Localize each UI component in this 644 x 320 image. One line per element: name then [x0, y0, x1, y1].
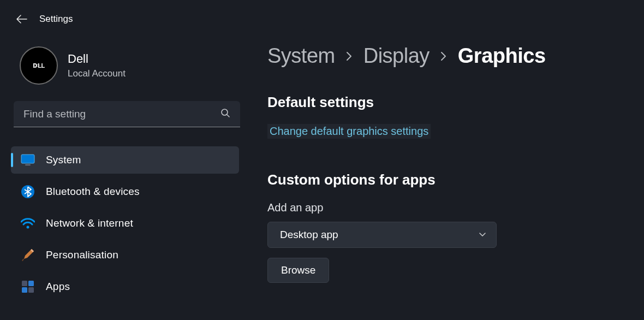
search-input[interactable]	[14, 101, 240, 127]
sidebar-item-label: Bluetooth & devices	[46, 186, 140, 198]
user-text: Dell Local Account	[68, 52, 126, 79]
change-default-graphics-link[interactable]: Change default graphics settings	[267, 124, 431, 139]
chevron-right-icon	[346, 51, 353, 61]
user-block[interactable]: D LL Dell Local Account	[11, 41, 246, 101]
sidebar-item-label: Personalisation	[46, 249, 118, 261]
sidebar-item-personalisation[interactable]: Personalisation	[11, 241, 239, 269]
header-title: Settings	[39, 14, 73, 25]
sidebar-item-system[interactable]: System	[11, 146, 239, 174]
avatar: D LL	[20, 46, 58, 85]
app-type-select[interactable]: Desktop app	[267, 222, 497, 248]
add-app-label: Add an app	[267, 202, 622, 214]
svg-point-2	[222, 109, 228, 115]
breadcrumb-system[interactable]: System	[267, 44, 335, 68]
apps-icon	[21, 280, 35, 294]
user-sub: Local Account	[68, 68, 126, 79]
svg-line-3	[227, 115, 229, 117]
sidebar-item-bluetooth[interactable]: Bluetooth & devices	[11, 178, 239, 205]
svg-rect-4	[21, 155, 34, 163]
chevron-right-icon	[440, 51, 447, 61]
sidebar-item-label: System	[46, 154, 81, 166]
select-value: Desktop app	[280, 229, 338, 241]
sidebar-item-apps[interactable]: Apps	[11, 273, 239, 300]
browse-button[interactable]: Browse	[267, 258, 329, 283]
svg-text:D LL: D LL	[33, 62, 45, 69]
arrow-left-icon	[16, 15, 27, 23]
wifi-icon	[21, 216, 35, 230]
svg-rect-10	[28, 281, 34, 286]
svg-rect-12	[28, 287, 34, 293]
svg-rect-11	[22, 287, 27, 293]
breadcrumb: System Display Graphics	[267, 44, 622, 68]
breadcrumb-display[interactable]: Display	[363, 44, 430, 68]
svg-rect-9	[22, 281, 27, 286]
nav-list: System Bluetooth & devices	[11, 146, 246, 300]
svg-rect-6	[25, 164, 31, 165]
paintbrush-icon	[21, 248, 35, 262]
dell-logo-icon: D LL	[25, 60, 52, 71]
sidebar-item-label: Network & internet	[46, 217, 133, 229]
back-button[interactable]	[16, 14, 27, 25]
custom-options-title: Custom options for apps	[267, 171, 622, 188]
chevron-down-icon	[479, 230, 486, 240]
search-box	[14, 101, 240, 127]
bluetooth-icon	[21, 185, 35, 199]
header: Settings	[0, 0, 644, 35]
user-name: Dell	[68, 52, 126, 66]
default-settings-title: Default settings	[267, 94, 622, 111]
sidebar-item-network[interactable]: Network & internet	[11, 210, 239, 237]
svg-point-8	[27, 226, 29, 229]
browse-label: Browse	[281, 264, 315, 276]
sidebar-item-label: Apps	[46, 281, 70, 293]
search-icon[interactable]	[220, 108, 230, 120]
main-content: System Display Graphics Default settings…	[246, 35, 644, 317]
breadcrumb-graphics: Graphics	[458, 44, 546, 68]
display-icon	[21, 153, 35, 167]
sidebar: D LL Dell Local Account	[0, 35, 246, 317]
